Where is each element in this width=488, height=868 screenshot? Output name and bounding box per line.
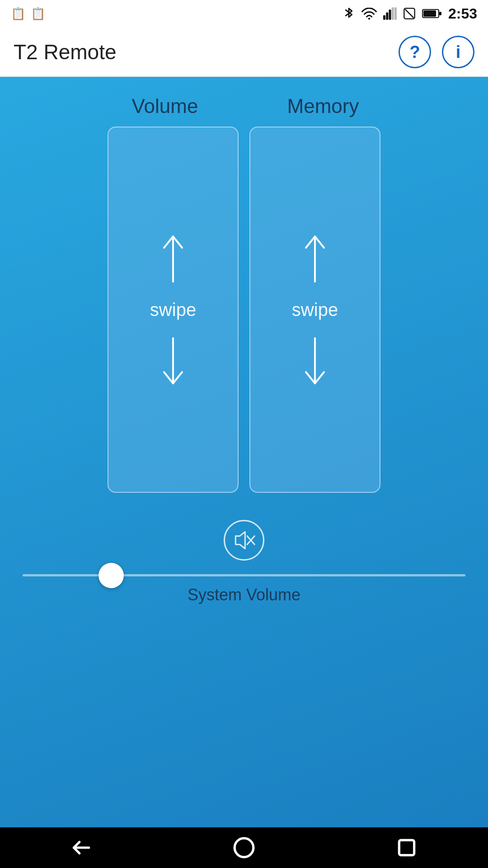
app-bar-icons: ? i (399, 36, 474, 68)
back-icon (70, 836, 93, 859)
volume-track (23, 574, 465, 576)
time-display: 2:53 (448, 5, 477, 22)
bottom-nav (0, 827, 488, 868)
status-bar-left: 📋 📋 (11, 7, 45, 21)
svg-rect-1 (383, 15, 385, 20)
back-button[interactable] (63, 830, 99, 866)
info-button[interactable]: i (442, 36, 474, 68)
arrow-down-icon2 (301, 334, 328, 388)
svg-point-0 (368, 18, 370, 19)
home-icon (233, 836, 255, 859)
volume-thumb[interactable] (99, 563, 124, 588)
svg-rect-4 (392, 7, 394, 20)
svg-point-17 (235, 838, 253, 857)
volume-swipe-panel[interactable]: swipe (108, 127, 239, 493)
panels-container: swipe swipe (108, 127, 380, 493)
svg-rect-5 (394, 7, 397, 20)
recents-icon (395, 836, 418, 859)
svg-rect-18 (399, 840, 414, 855)
svg-rect-2 (386, 13, 388, 20)
status-bar: 📋 📋 (0, 0, 488, 27)
column-labels: Volume Memory (86, 95, 402, 118)
recents-button[interactable] (389, 830, 425, 866)
app-title: T2 Remote (14, 40, 117, 64)
svg-rect-9 (439, 12, 441, 15)
volume-swipe-label: swipe (150, 300, 196, 320)
svg-rect-10 (423, 10, 436, 17)
clipboard2-icon: 📋 (31, 7, 45, 21)
memory-arrow-down (301, 334, 328, 388)
help-icon: ? (409, 43, 420, 61)
svg-line-7 (405, 9, 414, 18)
wifi-icon (361, 8, 377, 19)
volume-arrow-down (160, 334, 187, 388)
system-volume-label: System Volume (188, 585, 300, 604)
help-button[interactable]: ? (399, 36, 431, 68)
arrow-up-icon (160, 232, 187, 286)
bluetooth-icon (343, 6, 355, 21)
volume-label: Volume (97, 95, 233, 118)
memory-arrow-up (301, 232, 328, 286)
status-bar-right: 2:53 (343, 5, 477, 22)
app-bar: T2 Remote ? i (0, 27, 488, 77)
home-button[interactable] (226, 830, 262, 866)
mute-icon (231, 528, 257, 553)
memory-label: Memory (255, 95, 391, 118)
info-icon: i (456, 43, 461, 61)
main-content: Volume Memory swipe (0, 77, 488, 827)
volume-arrow-up (160, 232, 187, 286)
memory-swipe-label: swipe (292, 300, 338, 320)
memory-swipe-panel[interactable]: swipe (249, 127, 380, 493)
signal-icon (383, 7, 397, 20)
svg-rect-3 (389, 9, 391, 20)
volume-slider-container[interactable] (23, 574, 465, 576)
mute-button[interactable] (224, 520, 264, 561)
no-sim-icon (403, 7, 416, 20)
arrow-down-icon (160, 334, 187, 388)
clipboard-icon: 📋 (11, 7, 25, 21)
arrow-up-icon2 (301, 232, 328, 286)
battery-icon (422, 8, 442, 19)
